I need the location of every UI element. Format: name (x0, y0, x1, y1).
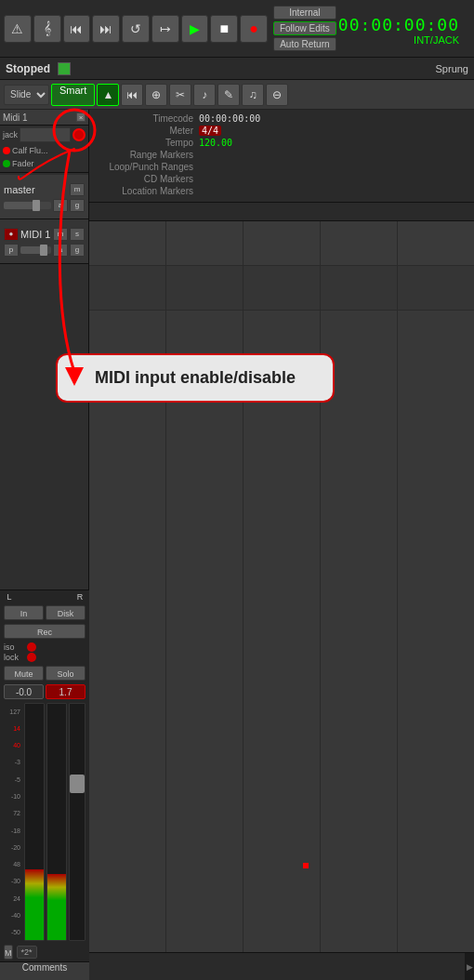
loop-button[interactable]: ↺ (122, 15, 150, 43)
vu-area: 127 14 40 -3 -5 -10 72 -18 -20 48 -30 24… (0, 701, 89, 943)
prev-button[interactable]: ⏭ (92, 15, 120, 43)
loop-punch-label: Loop/Punch Ranges (97, 162, 199, 172)
stop-button[interactable]: ■ (210, 15, 238, 43)
midi1-rec-btn[interactable]: ● (4, 228, 19, 241)
lock-label: lock (4, 653, 24, 662)
in-button[interactable]: In (4, 605, 44, 620)
db-value2: 1.7 (46, 684, 86, 699)
vu-scale-40b: -40 (11, 907, 20, 923)
master-m-btn[interactable]: m (70, 183, 85, 196)
vu-scale-10: -10 (11, 788, 20, 804)
vu-scale-50: -50 (11, 924, 20, 941)
tool-minus[interactable]: ⊖ (266, 84, 288, 106)
midi1-g-btn[interactable]: g (70, 244, 85, 257)
track-mini-title: Midi 1 (3, 113, 28, 123)
status-bar: Stopped Sprung (0, 58, 474, 80)
input-select[interactable] (20, 127, 71, 142)
tool-cut[interactable]: ✂ (169, 84, 191, 106)
midi1-s-btn[interactable]: s (70, 228, 85, 241)
vu-meter-left (24, 703, 45, 941)
smart-button[interactable]: Smart (51, 84, 95, 106)
range-markers-label: Range Markers (97, 150, 199, 160)
tool-cursor[interactable]: ▲ (97, 84, 119, 106)
mute-button[interactable]: Mute (4, 666, 44, 681)
vu-scale-30: -30 (11, 873, 20, 890)
timecode-label: Timecode (97, 113, 199, 124)
tool-draw[interactable]: ✎ (217, 84, 240, 106)
fader-handle[interactable] (70, 775, 85, 793)
timecode-value: 00:00:00:00 (199, 113, 260, 124)
plugin-row: Calf Flu... (0, 144, 88, 157)
vu-meter-right (46, 703, 67, 941)
main-area: Midi 1 × jack Calf Flu... Fader master m (0, 110, 474, 980)
plugin-active-dot (3, 147, 10, 154)
master-g-btn[interactable]: g (70, 199, 85, 212)
left-label: L (4, 592, 15, 602)
midi1-fader[interactable] (20, 246, 51, 254)
fader-name: Fader (12, 159, 34, 168)
right-panel: Timecode 00:00:00:00 Meter 4/4 Tempo 120… (89, 110, 474, 980)
follow-edits-button[interactable]: Follow Edits (273, 21, 336, 35)
vu-scale-127: 127 (9, 703, 20, 720)
vu-scale-5: -5 (15, 771, 20, 788)
warning-button[interactable]: ⚠ (4, 15, 32, 43)
rec-button[interactable]: Rec (4, 624, 86, 639)
midi1-p-btn[interactable]: p (4, 244, 19, 257)
info-bar: Timecode 00:00:00:00 Meter 4/4 Tempo 120… (89, 110, 474, 203)
slide-select[interactable]: Slide (4, 85, 49, 105)
track-mini-close-btn[interactable]: × (76, 113, 86, 122)
tool-audio[interactable]: ♪ (193, 84, 216, 106)
status-indicator (58, 62, 71, 75)
tool-prev[interactable]: ⏮ (121, 84, 143, 106)
iso-label: iso (4, 642, 24, 652)
iso-dot[interactable] (27, 642, 36, 652)
rec-row: Rec (0, 622, 89, 641)
tooltip-text: MIDI input enable/disable (95, 368, 296, 387)
lock-dot[interactable] (27, 653, 36, 662)
vu-scale-3: -3 (15, 754, 20, 771)
auto-return-button[interactable]: Auto Return (273, 37, 336, 51)
mixer-bottom: L R In Disk Rec iso lock (0, 589, 89, 980)
vu-scale-40: 40 (13, 737, 20, 754)
scroll-right-btn[interactable]: ▶ (465, 953, 474, 980)
play-button[interactable]: ▶ (181, 15, 209, 43)
master-fader[interactable] (4, 202, 51, 209)
input-label: jack (3, 130, 18, 139)
status-sprung: Sprung (436, 63, 468, 74)
solo-button[interactable]: Solo (46, 666, 86, 681)
tool-zoom[interactable]: ⊕ (145, 84, 167, 106)
track-mini-header: Midi 1 × (0, 110, 88, 126)
channel-fader[interactable] (69, 703, 86, 941)
vu-scale-72: 72 (13, 805, 20, 822)
mute-solo-row: Mute Solo (0, 664, 89, 682)
meter-label: Meter (97, 126, 199, 136)
metronome-button[interactable]: 𝄞 (33, 15, 61, 43)
timeline-ruler (89, 203, 474, 221)
location-markers-label: Location Markers (97, 186, 199, 196)
midi1-a-btn[interactable]: a (53, 244, 68, 257)
record-button[interactable]: ● (240, 15, 268, 43)
internal-button[interactable]: Internal (273, 6, 336, 20)
midi-input-enable-btn[interactable] (72, 128, 86, 141)
timeline-bottom-strip: ▶ (89, 952, 474, 980)
vu-scale: 127 14 40 -3 -5 -10 72 -18 -20 48 -30 24… (4, 703, 22, 941)
status-stopped: Stopped (6, 62, 50, 75)
fader-row: Fader (0, 157, 88, 170)
vu-scale-24: 24 (13, 890, 20, 907)
fader-active-dot (3, 160, 10, 167)
go-start-button[interactable]: ⏮ (63, 15, 91, 43)
db-value: -0.0 (4, 684, 44, 699)
post-button[interactable]: *2* (17, 946, 37, 959)
comments-button[interactable]: Comments (0, 961, 89, 980)
second-toolbar: Slide Smart ▲ ⏮ ⊕ ✂ ♪ ✎ ♫ ⊖ (0, 80, 474, 110)
disk-button[interactable]: Disk (46, 605, 86, 620)
vu-meter-left-bar (25, 869, 44, 940)
timeline-midi1-track (89, 266, 474, 311)
master-a-btn[interactable]: a (53, 199, 68, 212)
timeline-empty: ▶ (89, 311, 474, 980)
tool-midi[interactable]: ♫ (242, 84, 264, 106)
midi1-m-btn[interactable]: m (53, 228, 68, 241)
cd-markers-label: CD Markers (97, 174, 199, 184)
m-button[interactable]: M (4, 945, 13, 960)
go-end-button[interactable]: ↦ (151, 15, 179, 43)
